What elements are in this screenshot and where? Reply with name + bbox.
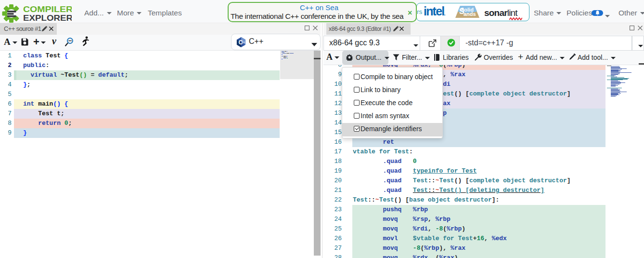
svg-text:EXPLORER: EXPLORER [23,14,72,23]
svg-text:S: S [459,7,464,15]
svg-text:++: ++ [242,41,245,43]
svg-text:COMPILER: COMPILER [23,5,72,14]
svg-text:ands: ands [464,11,476,17]
